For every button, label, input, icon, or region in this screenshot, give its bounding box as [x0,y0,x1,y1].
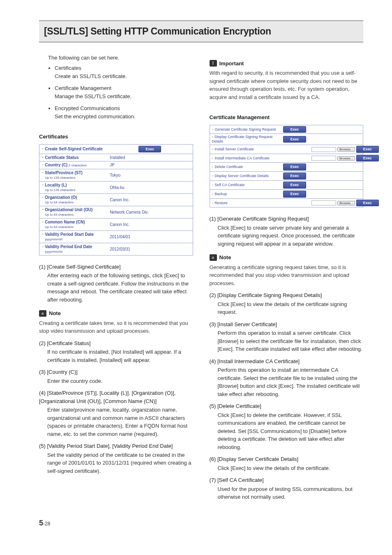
page-number: 5-28 [39,518,363,529]
right-column: Important With regard to security, it is… [210,54,364,505]
bullet-cert-mgmt: Certificate ManagementManage the SSL/TLS… [55,84,193,100]
note-callout: Note Generating a certificate signing re… [210,253,364,287]
certificates-table: Create Self-Signed Certificate Exec Cert… [39,144,193,256]
browse-button[interactable]: Browse... [337,147,355,152]
exec-button[interactable]: Exec [138,146,161,152]
cert-row-label: Create Self-Signed Certificate [45,147,103,151]
left-item1-head: (1) [Create Self-Signed Certificate] [39,263,193,271]
exec-button[interactable]: Exec [283,126,306,133]
file-input[interactable] [311,147,336,152]
bullet-certificates: CertificatesCreate an SSL/TLS certificat… [55,64,193,80]
page-title-wrap: [SSL/TLS] Setting HTTP Communication Enc… [39,21,363,42]
note-icon [39,310,46,317]
left-column: The following can be set here. Certifica… [39,54,193,505]
cert-mgmt-head: Certificate Management [210,113,364,122]
certificates-head: Certificates [39,133,193,141]
note-callout: Note Creating a certificate takes time, … [39,309,193,335]
page-title: [SSL/TLS] Setting HTTP Communication Enc… [39,21,363,42]
bullet-encrypted: Encrypted CommunicationsSet the encrypte… [55,104,193,120]
intro-bullets: CertificatesCreate an SSL/TLS certificat… [48,64,193,120]
important-icon [210,60,217,67]
important-callout: Important With regard to security, it is… [210,60,364,101]
content-columns: The following can be set here. Certifica… [39,54,363,505]
left-item1-body: After entering each of the following set… [47,272,193,304]
note-icon [210,254,217,261]
intro-text: The following can be set here. [48,54,193,62]
cert-mgmt-table: Generate Certificate Signing RequestExec… [210,125,364,208]
